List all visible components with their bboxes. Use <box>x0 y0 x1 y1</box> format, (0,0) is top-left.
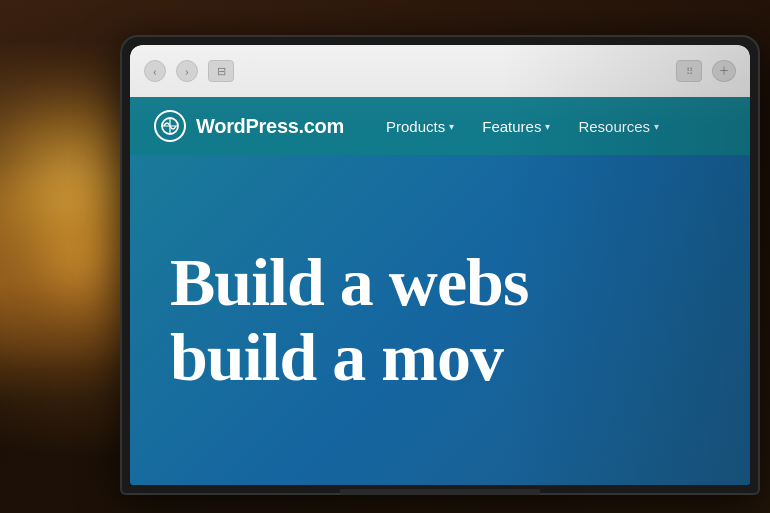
hero-headline-line2: build a mov <box>170 320 720 395</box>
resources-label: Resources <box>578 118 650 135</box>
features-chevron-icon: ▾ <box>545 121 550 132</box>
resources-chevron-icon: ▾ <box>654 121 659 132</box>
device-bottom <box>340 489 540 495</box>
brand-name: WordPress.com <box>196 115 344 138</box>
back-button[interactable]: ‹ <box>144 60 166 82</box>
browser-chrome: ‹ › ⊟ ⠿ + <box>130 45 750 97</box>
wordpress-logo-area[interactable]: WordPress.com <box>154 110 344 142</box>
forward-button[interactable]: › <box>176 60 198 82</box>
grid-icon: ⠿ <box>686 66 693 77</box>
webpage-content: WordPress.com Products ▾ Features ▾ Reso… <box>130 97 750 485</box>
features-nav-item[interactable]: Features ▾ <box>470 110 562 143</box>
new-tab-button[interactable]: + <box>712 60 736 82</box>
hero-headline-line1: Build a webs <box>170 245 720 320</box>
device-frame: ‹ › ⊟ ⠿ + <box>120 35 760 495</box>
wordpress-navbar: WordPress.com Products ▾ Features ▾ Reso… <box>130 97 750 155</box>
features-label: Features <box>482 118 541 135</box>
tab-toggle-button[interactable]: ⊟ <box>208 60 234 82</box>
grid-view-button[interactable]: ⠿ <box>676 60 702 82</box>
nav-items: Products ▾ Features ▾ Resources ▾ <box>374 110 671 143</box>
wordpress-logo-icon <box>154 110 186 142</box>
screen-bezel: ‹ › ⊟ ⠿ + <box>130 45 750 485</box>
resources-nav-item[interactable]: Resources ▾ <box>566 110 671 143</box>
hero-section: Build a webs build a mov <box>130 155 750 485</box>
products-chevron-icon: ▾ <box>449 121 454 132</box>
products-label: Products <box>386 118 445 135</box>
products-nav-item[interactable]: Products ▾ <box>374 110 466 143</box>
